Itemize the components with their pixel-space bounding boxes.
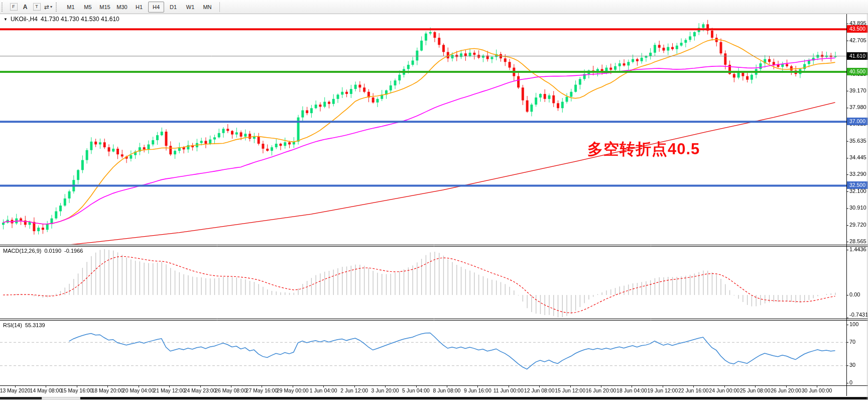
time-tick-label: 12 Jun 08:00	[524, 387, 555, 393]
arrows-glyph: ⇄	[44, 4, 49, 11]
f-tool-icon[interactable]: F	[8, 2, 19, 12]
time-tick-label: 18 May 20:00	[91, 387, 123, 393]
price-level-badge: 37.000	[847, 118, 868, 125]
symbol-ohlc-values: 41.730 41.730 41.530 41.610	[41, 16, 119, 23]
price-level-badge: 41.610	[847, 52, 868, 60]
price-tick-label: 35.635	[849, 138, 866, 144]
price-tick-label: 42.705	[849, 37, 866, 43]
t-glyph: T	[33, 3, 41, 11]
price-tick-label: 28.565	[849, 238, 866, 244]
symbol-caret-icon: ▼	[4, 17, 8, 22]
rsi-value: 55.3139	[25, 322, 45, 328]
time-tick-label: 18 Jun 04:00	[616, 387, 647, 393]
timeframe-button-W1[interactable]: W1	[182, 2, 198, 13]
timeframe-button-M5[interactable]: M5	[80, 2, 96, 13]
macd-signal-value: -0.1966	[64, 248, 83, 254]
timeframe-button-M1[interactable]: M1	[63, 2, 79, 13]
timeframe-button-H1[interactable]: H1	[131, 2, 147, 13]
text-a-icon[interactable]: A	[20, 2, 31, 12]
rsi-tick-label: 30	[849, 362, 855, 368]
time-tick-label: 24 Jun 00:00	[709, 387, 739, 393]
time-tick-label: 26 May 08:00	[215, 387, 247, 393]
time-tick-label: 20 May 04:00	[122, 387, 155, 393]
dropdown-caret-icon: ▾	[50, 5, 52, 9]
time-tick-label: 9 Jun 16:00	[464, 387, 491, 393]
rsi-label: RSI(14)	[3, 322, 22, 328]
time-tick-label: 15 Jun 12:00	[555, 387, 585, 393]
text-label-icon[interactable]: T	[31, 2, 42, 12]
toolbar-grip-2[interactable]	[56, 3, 60, 12]
arrange-arrows-icon[interactable]: ⇄ ▾	[43, 2, 54, 12]
toolbar-separator	[219, 2, 220, 12]
timeframe-button-M15[interactable]: M15	[97, 2, 113, 13]
chart-canvas[interactable]	[0, 0, 868, 400]
time-tick-label: 25 Jun 08:00	[740, 387, 771, 393]
price-tick-label: 39.170	[849, 87, 866, 93]
price-tick-label: 37.980	[849, 104, 866, 110]
price-level-badge: 40.500	[847, 68, 868, 75]
time-tick-label: 19 Jun 12:00	[648, 387, 678, 393]
scrollbar-segment-right	[80, 397, 868, 399]
price-tick-label: 29.720	[849, 222, 866, 228]
scrollbar-thumb[interactable]	[42, 397, 80, 399]
window-right-border	[867, 0, 867, 400]
macd-label: MACD(12,26,9)	[3, 248, 41, 254]
time-tick-label: 14 May 08:00	[30, 387, 62, 393]
time-tick-label: 5 Jun 04:00	[402, 387, 430, 393]
time-tick-label: 3 Jun 20:00	[371, 387, 399, 393]
time-tick-label: 27 May 16:00	[246, 387, 278, 393]
chart-window: F A T ⇄ ▾ M1M5M15M30H1H4D1W1MN ▼ UKOil-,…	[0, 0, 868, 400]
macd-tick-label: -0.7431	[849, 312, 868, 318]
rsi-tick-label: 100	[849, 321, 858, 327]
price-tick-label: 34.445	[849, 154, 866, 160]
macd-main-value: 0.0190	[44, 248, 61, 254]
price-level-badge: 32.500	[847, 181, 868, 189]
price-tick-label: 30.910	[849, 205, 866, 211]
a-glyph: A	[23, 4, 28, 11]
time-tick-label: 29 May 00:00	[277, 387, 309, 393]
symbol-title: UKOil-,H4	[11, 16, 38, 23]
macd-label-row: MACD(12,26,9) 0.0190 -0.1966	[3, 248, 83, 254]
timeframe-button-M30[interactable]: M30	[114, 2, 130, 13]
toolbar-grip[interactable]	[2, 3, 6, 12]
price-level-badge: 43.500	[847, 25, 868, 33]
toolbar: F A T ⇄ ▾ M1M5M15M30H1H4D1W1MN	[0, 0, 868, 14]
time-tick-label: 11 Jun 00:00	[493, 387, 524, 393]
time-tick-label: 1 Jun 04:00	[310, 387, 337, 393]
scrollbar-segment-left	[0, 397, 42, 399]
timeframe-button-D1[interactable]: D1	[165, 2, 181, 13]
price-tick-label: 33.290	[849, 171, 866, 177]
time-tick-label: 30 Jun 00:00	[802, 387, 832, 393]
symbol-ohlc-line[interactable]: ▼ UKOil-,H4 41.730 41.730 41.530 41.610	[4, 16, 119, 23]
macd-tick-label: 0.00	[849, 291, 860, 297]
timeframe-button-MN[interactable]: MN	[199, 2, 215, 13]
rsi-label-row: RSI(14) 55.3139	[3, 322, 45, 328]
time-tick-label: 16 Jun 20:00	[586, 387, 616, 393]
timeframe-button-group: M1M5M15M30H1H4D1W1MN	[62, 2, 216, 13]
time-tick-label: 24 May 23:00	[184, 387, 216, 393]
rsi-tick-label: 70	[849, 339, 855, 345]
time-tick-label: 13 May 2020	[0, 387, 30, 393]
time-tick-label: 15 May 16:00	[61, 387, 93, 393]
time-tick-label: 26 Jun 20:00	[771, 387, 801, 393]
f-glyph: F	[10, 3, 18, 11]
rsi-tick-label: 0	[849, 379, 852, 385]
time-tick-label: 22 Jun 16:00	[678, 387, 709, 393]
chart-annotation-text: 多空转折点40.5	[587, 139, 700, 160]
timeframe-button-H4[interactable]: H4	[148, 2, 164, 13]
time-tick-label: 21 May 12:00	[153, 387, 185, 393]
time-tick-label: 2 Jun 12:00	[340, 387, 368, 393]
macd-tick-label: 1.4436	[849, 246, 866, 252]
time-tick-label: 8 Jun 08:00	[433, 387, 460, 393]
bottom-scrollbar[interactable]	[0, 396, 868, 400]
